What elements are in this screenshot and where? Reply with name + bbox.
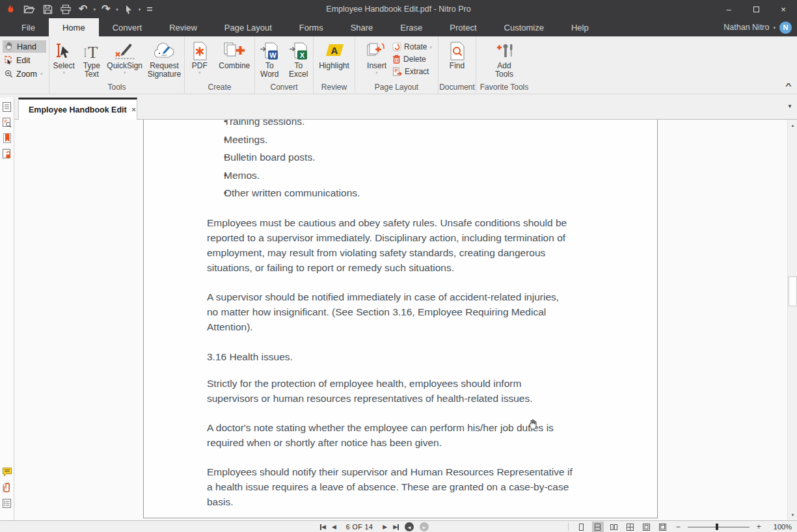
pdf-button[interactable]: PDF ▾ [187, 39, 213, 75]
save-button[interactable] [41, 1, 55, 17]
select-button[interactable]: Select ▾ [51, 39, 76, 75]
edit-tool-button[interactable]: Edit [3, 54, 46, 66]
zoom-icon [5, 70, 13, 78]
zoom-out-button[interactable]: − [673, 522, 683, 531]
search-panel-button[interactable] [1, 114, 14, 130]
to-excel-button[interactable]: X To Excel [286, 39, 312, 79]
menu-page-layout[interactable]: Page Layout [211, 18, 286, 36]
menu-help[interactable]: Help [558, 18, 602, 36]
last-page-button[interactable]: ▶ [393, 524, 399, 530]
next-view-button[interactable]: ▶ [420, 522, 429, 531]
view-single-page-button[interactable] [576, 522, 588, 532]
insert-button[interactable]: Insert ▾ [363, 39, 390, 75]
vertical-scrollbar[interactable]: ▲ ▼ [787, 120, 797, 520]
pdf-icon [193, 40, 207, 62]
menu-erase[interactable]: Erase [386, 18, 436, 36]
add-tools-button[interactable]: Add Tools [488, 39, 520, 79]
document-viewport[interactable]: •Training sessions. •Meetings. •Bulletin… [14, 120, 787, 520]
pages-panel-button[interactable] [1, 99, 14, 114]
request-signature-button[interactable]: Request Signature [146, 39, 182, 79]
tab-close-icon[interactable]: × [131, 105, 137, 114]
menu-share[interactable]: Share [337, 18, 387, 36]
minimize-button[interactable]: – [715, 0, 742, 18]
redo-dropdown[interactable]: ▾ [116, 7, 118, 12]
hand-tool-button[interactable]: Hand [3, 40, 46, 53]
type-text-button[interactable]: T Type Text [80, 39, 103, 79]
zoom-level[interactable]: 100% [774, 523, 792, 531]
menu-protect[interactable]: Protect [436, 18, 490, 36]
view-facing-icon [610, 523, 618, 531]
bullet-dot: • [207, 166, 224, 185]
doc-line: Employees must be cautious and obey safe… [207, 215, 610, 230]
menu-file[interactable]: File [8, 18, 49, 36]
undo-dropdown[interactable]: ▾ [93, 7, 96, 12]
view-facing-button[interactable] [608, 522, 620, 532]
menu-customize[interactable]: Customize [491, 18, 558, 36]
collapse-ribbon-button[interactable]: ^ [785, 83, 791, 90]
last-page-arrow: ▶ [393, 524, 398, 530]
ribbon-group-convert: W To Word X To Excel Convert [255, 36, 314, 94]
account-menu[interactable]: Nathan Nitro ▾ N [723, 18, 792, 36]
menu-forms[interactable]: Forms [286, 18, 337, 36]
zoom-slider[interactable] [688, 522, 750, 531]
redo-button[interactable]: ↷ [100, 1, 112, 17]
delete-button[interactable]: Delete [392, 54, 432, 64]
menu-bar: File Home Convert Review Page Layout For… [0, 18, 797, 36]
print-button[interactable] [59, 1, 73, 17]
doc-line: A supervisor should be notified immediat… [207, 289, 610, 304]
maximize-button[interactable] [742, 0, 770, 18]
combine-button[interactable]: Combine [217, 39, 252, 70]
document-tab[interactable]: Employee Handbook Edit × [18, 98, 137, 120]
page-indicator[interactable]: 6 OF 14 [342, 523, 377, 531]
nitro-logo-icon [4, 1, 18, 17]
attachments-panel-button[interactable] [1, 480, 14, 496]
menu-home[interactable]: Home [49, 18, 99, 36]
hand-label: Hand [17, 42, 36, 51]
view-fit-page-icon [642, 523, 651, 531]
open-file-button[interactable] [21, 1, 37, 17]
ribbon-group-tools: Select ▾ T Type Text QuickSign ▾ Request… [49, 36, 185, 94]
view-fit-width-button[interactable] [657, 522, 669, 532]
extract-icon [392, 67, 402, 76]
rotate-button[interactable]: Rotate ▾ [392, 42, 432, 52]
status-bar: ◀ ◀ 6 OF 14 ▶ ▶ ◀ ▶ − + 10 [0, 520, 797, 532]
security-panel-button[interactable] [1, 146, 14, 161]
view-grid-button[interactable] [625, 522, 636, 532]
quicksign-button[interactable]: QuickSign ▾ [107, 39, 142, 75]
menu-convert[interactable]: Convert [99, 18, 156, 36]
bullet-item: •Memos. [207, 166, 610, 185]
avatar[interactable]: N [779, 21, 792, 34]
pointer-dropdown[interactable]: ▾ [139, 7, 141, 12]
first-page-button[interactable]: ◀ [320, 524, 326, 530]
zoom-slider-handle[interactable] [716, 524, 718, 530]
view-fit-page-button[interactable] [641, 522, 653, 532]
pointer-tool-button[interactable] [122, 1, 135, 17]
previous-page-button[interactable]: ◀ [332, 524, 336, 530]
comments-panel-button[interactable] [1, 464, 14, 480]
scroll-down-button[interactable]: ▼ [788, 510, 797, 520]
group-label-tools: Tools [49, 83, 184, 92]
output-panel-button[interactable] [1, 496, 14, 511]
view-grid-icon [626, 523, 634, 531]
undo-button[interactable]: ↶ [77, 1, 89, 17]
view-continuous-icon [593, 523, 602, 531]
scrollbar-thumb[interactable] [789, 276, 797, 306]
bookmarks-panel-button[interactable] [1, 130, 14, 146]
tab-list-dropdown[interactable]: ▼ [787, 103, 792, 109]
close-button[interactable]: × [770, 0, 797, 18]
extract-button[interactable]: Extract [392, 66, 432, 77]
previous-view-button[interactable]: ◀ [405, 522, 414, 531]
view-continuous-button[interactable] [592, 522, 604, 532]
highlight-button[interactable]: A Highlight [316, 39, 353, 70]
menu-review[interactable]: Review [155, 18, 211, 36]
customize-quick-access-button[interactable] [144, 1, 155, 17]
pdf-dropdown-caret: ▾ [198, 70, 201, 75]
next-page-button[interactable]: ▶ [383, 524, 387, 530]
to-word-button[interactable]: W To Word [257, 39, 282, 79]
hand-icon [5, 42, 14, 51]
doc-line: employment, may result from violating sa… [207, 245, 610, 260]
zoom-in-button[interactable]: + [754, 522, 764, 531]
scroll-up-button[interactable]: ▲ [788, 120, 797, 130]
find-button[interactable]: Find [443, 39, 472, 70]
zoom-tool-button[interactable]: Zoom ▾ [3, 68, 46, 80]
